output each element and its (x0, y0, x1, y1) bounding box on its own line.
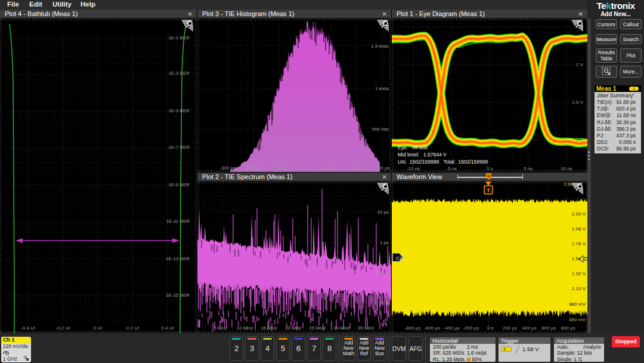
svg-text:Mid level: 1.57644 V: Mid level: 1.57644 V (398, 152, 447, 158)
svg-text:UIs: 1502/159998 Total: 15: UIs: 1502/159998 Total: 1502/159998 (398, 159, 488, 165)
svg-text:Eye: All Bits: Eye: All Bits (398, 144, 428, 150)
svg-text:T: T (487, 187, 490, 193)
svg-text:C1: C1 (396, 256, 402, 261)
